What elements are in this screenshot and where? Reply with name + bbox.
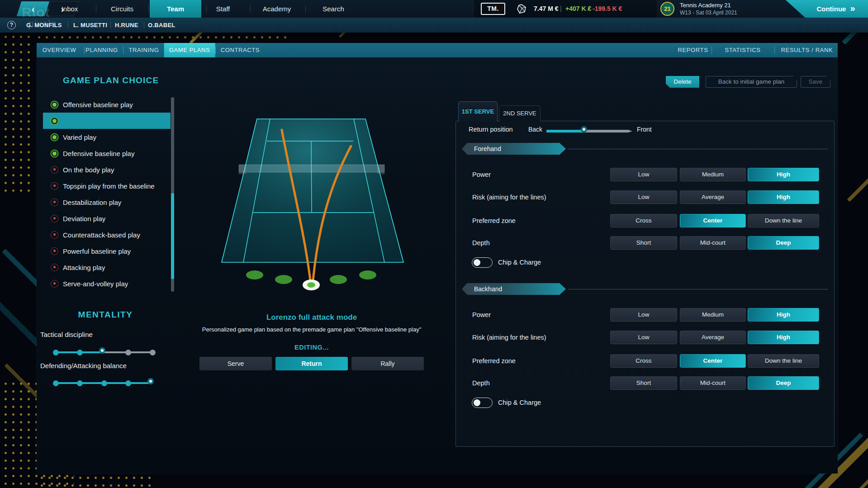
- plan-list-item[interactable]: Powerful baseline play: [43, 243, 171, 259]
- option-forehand-power-medium[interactable]: Medium: [680, 168, 746, 181]
- delete-button[interactable]: Delete: [666, 76, 699, 88]
- top-bar: ‹ › InboxCircuitsTeamStaffAcademySearch …: [0, 0, 868, 18]
- option-forehand-risk-aiming-for-the-lines-low[interactable]: Low: [610, 190, 677, 204]
- back-arrow-button[interactable]: ‹: [17, 1, 50, 16]
- option-forehand-depth-mid-court[interactable]: Mid-court: [680, 236, 746, 250]
- help-icon[interactable]: ?: [7, 21, 16, 29]
- player-separator: [110, 22, 111, 28]
- slider-label-defending-attacking-balance: Defending/Attacking balance: [40, 362, 127, 370]
- nav-item-team[interactable]: Team: [150, 0, 201, 18]
- option-backhand-depth-deep[interactable]: Deep: [748, 376, 819, 390]
- plan-list-item[interactable]: Attacking play: [43, 259, 171, 275]
- player-tab-o-babel[interactable]: O.BABEL: [148, 18, 175, 33]
- nav-item-academy[interactable]: Academy: [263, 0, 291, 18]
- plan-list-item[interactable]: Serve-and-volley play: [43, 275, 171, 292]
- tab-contracts[interactable]: CONTRACTS: [221, 43, 260, 57]
- return-back-label: Back: [528, 126, 542, 133]
- slider-step[interactable]: [125, 350, 131, 355]
- tab-results-rank[interactable]: RESULTS / RANK: [781, 43, 833, 57]
- plan-label: Offensive baseline play: [63, 101, 133, 109]
- option-backhand-preferred-zone-center[interactable]: Center: [680, 354, 746, 368]
- scrollbar-track[interactable]: [171, 97, 174, 292]
- tab-2nd-serve[interactable]: 2ND SERVE: [499, 105, 541, 122]
- slider-step[interactable]: [53, 380, 59, 386]
- panel-body: GAME PLAN CHOICE Delete Back to initial …: [37, 57, 838, 474]
- red-dot-center: [53, 250, 56, 252]
- option-backhand-risk-aiming-for-the-lines-low[interactable]: Low: [610, 331, 677, 344]
- position-spot[interactable]: [359, 270, 376, 280]
- tab-1st-serve[interactable]: 1ST SERVE: [458, 101, 498, 122]
- scrollbar-thumb[interactable]: [171, 193, 174, 279]
- slider-tactical-discipline[interactable]: [52, 346, 156, 359]
- player-tab-h-rune[interactable]: H.RUNE: [115, 18, 138, 33]
- tab-planning[interactable]: PLANNING: [85, 43, 118, 57]
- option-forehand-power-low[interactable]: Low: [610, 168, 677, 181]
- save-button[interactable]: Save: [801, 76, 830, 88]
- player-separator: [68, 22, 68, 28]
- option-forehand-risk-aiming-for-the-lines-average[interactable]: Average: [680, 190, 746, 204]
- slider-step[interactable]: [77, 380, 83, 386]
- option-forehand-power-high[interactable]: High: [748, 168, 819, 181]
- position-spot[interactable]: [330, 275, 347, 284]
- court-visualization: [208, 113, 425, 299]
- court-surface: [222, 119, 403, 262]
- tab-training[interactable]: TRAINING: [129, 43, 159, 57]
- option-forehand-preferred-zone-center[interactable]: Center: [680, 214, 746, 227]
- slider-step[interactable]: [101, 380, 107, 386]
- nav-item-staff[interactable]: Staff: [216, 0, 230, 18]
- fast-forward-icon: »: [850, 4, 855, 13]
- plan-list-item-selected[interactable]: [43, 113, 171, 129]
- option-backhand-preferred-zone-down-the-line[interactable]: Down the line: [748, 354, 819, 368]
- plan-list-item[interactable]: Destabilization play: [43, 194, 171, 210]
- tab-reports[interactable]: REPORTS: [678, 43, 708, 57]
- nav-item-search[interactable]: Search: [323, 0, 344, 18]
- option-backhand-risk-aiming-for-the-lines-high[interactable]: High: [748, 331, 819, 344]
- position-spot[interactable]: [275, 275, 292, 284]
- tab-overview[interactable]: OVERVIEW: [43, 43, 76, 57]
- option-backhand-power-low[interactable]: Low: [610, 308, 677, 322]
- phase-button-return[interactable]: Return: [275, 357, 348, 370]
- money-icon: [516, 4, 527, 14]
- nav-item-circuits[interactable]: Circuits: [111, 0, 133, 18]
- back-to-initial-button[interactable]: Back to initial game plan: [706, 76, 797, 88]
- continue-button[interactable]: Continue »: [786, 0, 868, 18]
- option-forehand-risk-aiming-for-the-lines-high[interactable]: High: [748, 190, 819, 204]
- option-forehand-depth-short[interactable]: Short: [610, 236, 677, 250]
- phase-button-serve[interactable]: Serve: [199, 357, 272, 370]
- option-backhand-preferred-zone-cross[interactable]: Cross: [610, 354, 677, 368]
- plan-list-item[interactable]: Topspin play from the baseline: [43, 178, 171, 194]
- plan-list-item[interactable]: Counterattack-based play: [43, 227, 171, 243]
- slider-step[interactable]: [125, 380, 131, 386]
- slider-step[interactable]: [53, 350, 59, 355]
- tab-statistics[interactable]: STATISTICS: [725, 43, 760, 57]
- slider-defending-attacking-balance[interactable]: [52, 377, 156, 389]
- nav-item-inbox[interactable]: Inbox: [62, 0, 78, 18]
- player-bar: ? G. MONFILSL. MUSETTIH.RUNEO.BABEL: [0, 18, 868, 33]
- plan-list-item[interactable]: On the body play: [43, 161, 171, 178]
- option-backhand-depth-short[interactable]: Short: [610, 376, 677, 390]
- option-backhand-depth-mid-court[interactable]: Mid-court: [680, 376, 746, 390]
- slider-step[interactable]: [150, 350, 156, 355]
- plan-list-item[interactable]: Offensive baseline play: [43, 96, 171, 113]
- slider-handle[interactable]: [99, 347, 105, 354]
- option-backhand-power-high[interactable]: High: [748, 308, 819, 322]
- return-position-thumb[interactable]: [581, 126, 587, 133]
- slider-handle[interactable]: [147, 378, 154, 384]
- plan-list-item[interactable]: Deviation play: [43, 210, 171, 227]
- option-forehand-preferred-zone-down-the-line[interactable]: Down the line: [748, 214, 819, 227]
- phase-button-rally[interactable]: Rally: [351, 357, 424, 370]
- position-spot[interactable]: [246, 270, 263, 280]
- option-forehand-preferred-zone-cross[interactable]: Cross: [610, 214, 677, 227]
- option-backhand-power-medium[interactable]: Medium: [680, 308, 746, 322]
- tab-game-plans[interactable]: GAME PLANS: [164, 43, 215, 57]
- option-backhand-risk-aiming-for-the-lines-average[interactable]: Average: [680, 331, 746, 344]
- return-position-slider[interactable]: [546, 130, 632, 133]
- player-tab-g-monfils[interactable]: G. MONFILS: [26, 18, 62, 33]
- player-tab-l-musetti[interactable]: L. MUSETTI: [73, 18, 107, 33]
- toggle-forehand-chip-charge[interactable]: [472, 257, 493, 268]
- toggle-backhand-chip-charge[interactable]: [472, 398, 493, 408]
- plan-list-item[interactable]: Varied play: [43, 129, 171, 145]
- option-forehand-depth-deep[interactable]: Deep: [748, 236, 819, 250]
- plan-list-item[interactable]: Defensive baseline play: [43, 145, 171, 161]
- slider-step[interactable]: [77, 350, 83, 355]
